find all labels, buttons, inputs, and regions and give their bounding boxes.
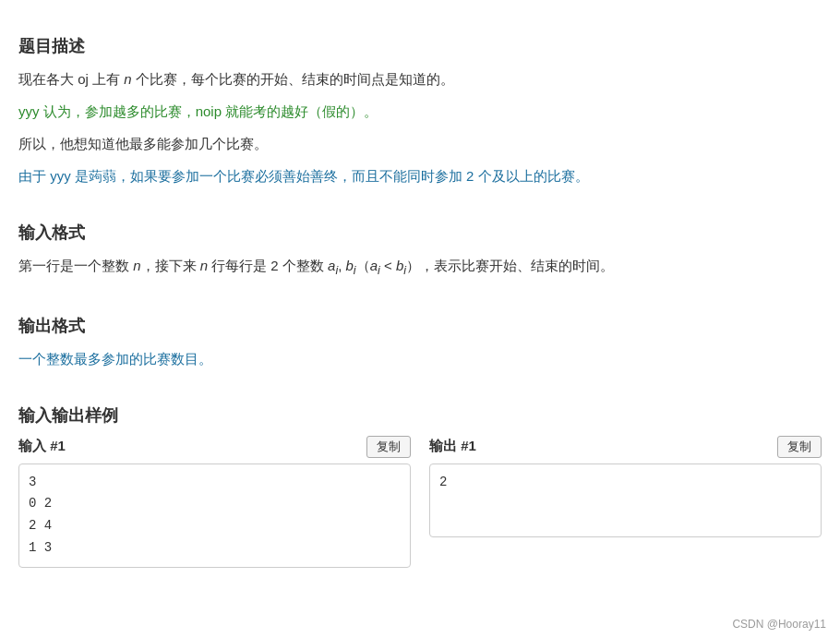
output-sample-block: 输出 #1 复制 2 bbox=[429, 436, 822, 537]
input-format-title: 输入格式 bbox=[18, 222, 822, 244]
desc-para-4: 由于 yyy 是蒟蒻，如果要参加一个比赛必须善始善终，而且不能同时参加 2 个及… bbox=[18, 163, 822, 188]
input-format-section: 输入格式 第一行是一个整数 n，接下来 n 行每行是 2 个整数 ai, bi（… bbox=[18, 222, 822, 282]
output-format-title: 输出格式 bbox=[18, 315, 822, 337]
output-format-section: 输出格式 一个整数最多参加的比赛数目。 bbox=[18, 315, 822, 371]
desc-para-1: 现在各大 oj 上有 n 个比赛，每个比赛的开始、结束的时间点是知道的。 bbox=[18, 66, 822, 91]
samples-section: 输入输出样例 输入 #1 复制 3 0 2 2 4 1 3 输出 #1 复制 2 bbox=[18, 404, 822, 568]
input-sample-label: 输入 #1 bbox=[18, 438, 66, 455]
desc-para-3: 所以，他想知道他最多能参加几个比赛。 bbox=[18, 131, 822, 156]
input-sample-header: 输入 #1 复制 bbox=[18, 436, 411, 458]
description-section: 题目描述 现在各大 oj 上有 n 个比赛，每个比赛的开始、结束的时间点是知道的… bbox=[18, 35, 822, 188]
input-copy-button[interactable]: 复制 bbox=[366, 436, 411, 458]
samples-title: 输入输出样例 bbox=[18, 404, 822, 427]
description-title: 题目描述 bbox=[18, 35, 822, 57]
output-sample-box: 2 bbox=[429, 463, 822, 537]
output-format-text: 一个整数最多参加的比赛数目。 bbox=[18, 346, 822, 371]
input-format-text: 第一行是一个整数 n，接下来 n 行每行是 2 个整数 ai, bi（ai < … bbox=[18, 253, 822, 282]
output-sample-label: 输出 #1 bbox=[429, 438, 476, 455]
input-sample-block: 输入 #1 复制 3 0 2 2 4 1 3 bbox=[18, 436, 411, 568]
output-copy-button[interactable]: 复制 bbox=[777, 436, 822, 458]
csdn-credit: CSDN @Hooray11 bbox=[732, 618, 826, 631]
samples-row: 输入 #1 复制 3 0 2 2 4 1 3 输出 #1 复制 2 bbox=[18, 436, 822, 568]
output-sample-header: 输出 #1 复制 bbox=[429, 436, 822, 458]
input-sample-box: 3 0 2 2 4 1 3 bbox=[18, 463, 411, 568]
desc-para-2: yyy 认为，参加越多的比赛，noip 就能考的越好（假的）。 bbox=[18, 99, 822, 124]
